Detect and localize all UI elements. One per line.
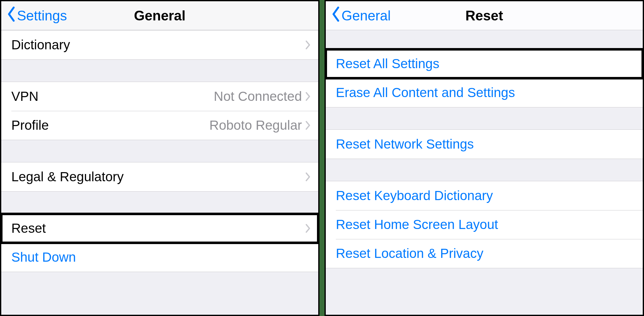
chevron-left-icon xyxy=(6,7,16,25)
row-label: Profile xyxy=(11,118,49,133)
row-reset[interactable]: Reset xyxy=(1,214,318,243)
chevron-right-icon xyxy=(305,120,311,130)
section-gap xyxy=(1,192,318,214)
back-button-settings[interactable]: Settings xyxy=(6,7,67,25)
row-label: Reset xyxy=(11,221,46,236)
row-detail-value: Roboto Regular xyxy=(209,118,302,133)
row-dictionary[interactable]: Dictionary xyxy=(1,30,318,59)
chevron-right-icon xyxy=(305,40,311,50)
section-gap xyxy=(326,159,643,181)
back-label: General xyxy=(341,8,391,24)
row-label: Reset Network Settings xyxy=(336,137,474,152)
group-reset-shutdown: Reset Shut Down xyxy=(1,214,318,272)
reset-content: Reset All Settings Erase All Content and… xyxy=(326,30,643,315)
row-reset-home[interactable]: Reset Home Screen Layout xyxy=(326,210,643,239)
row-label: Reset All Settings xyxy=(336,56,439,71)
section-gap xyxy=(1,60,318,82)
row-reset-location[interactable]: Reset Location & Privacy xyxy=(326,239,643,268)
row-reset-all-settings[interactable]: Reset All Settings xyxy=(326,49,643,78)
group-reset-network: Reset Network Settings xyxy=(326,129,643,159)
navbar-general: Settings General xyxy=(1,1,318,30)
page-title-general: General xyxy=(134,8,186,24)
row-vpn[interactable]: VPN Not Connected xyxy=(1,82,318,111)
section-gap xyxy=(1,140,318,162)
general-settings-pane: Settings General Dictionary VPN Not Conn… xyxy=(0,0,319,316)
row-label: Shut Down xyxy=(11,250,76,265)
navbar-reset: General Reset xyxy=(326,1,643,30)
row-label: Dictionary xyxy=(11,37,70,52)
back-label: Settings xyxy=(17,8,67,24)
row-shut-down[interactable]: Shut Down xyxy=(1,243,318,272)
chevron-right-icon xyxy=(305,91,311,101)
section-gap xyxy=(326,107,643,129)
section-gap xyxy=(326,30,643,49)
chevron-left-icon xyxy=(331,7,341,25)
chevron-right-icon xyxy=(305,223,311,233)
row-label: Erase All Content and Settings xyxy=(336,85,515,100)
row-label: VPN xyxy=(11,89,38,104)
group-dictionary: Dictionary xyxy=(1,30,318,60)
back-button-general[interactable]: General xyxy=(331,7,391,25)
chevron-right-icon xyxy=(305,172,311,182)
row-label: Reset Location & Privacy xyxy=(336,246,483,261)
row-profile[interactable]: Profile Roboto Regular xyxy=(1,111,318,140)
group-legal: Legal & Regulatory xyxy=(1,162,318,192)
reset-settings-pane: General Reset Reset All Settings Erase A… xyxy=(325,0,644,316)
row-legal-regulatory[interactable]: Legal & Regulatory xyxy=(1,162,318,191)
general-content: Dictionary VPN Not Connected Profile R xyxy=(1,30,318,315)
group-vpn-profile: VPN Not Connected Profile Roboto Regular xyxy=(1,82,318,140)
row-reset-keyboard[interactable]: Reset Keyboard Dictionary xyxy=(326,181,643,210)
row-erase-all[interactable]: Erase All Content and Settings xyxy=(326,78,643,107)
row-label: Reset Home Screen Layout xyxy=(336,217,498,232)
group-reset-misc: Reset Keyboard Dictionary Reset Home Scr… xyxy=(326,181,643,268)
page-title-reset: Reset xyxy=(465,8,503,24)
row-reset-network[interactable]: Reset Network Settings xyxy=(326,130,643,159)
row-label: Reset Keyboard Dictionary xyxy=(336,188,493,203)
row-label: Legal & Regulatory xyxy=(11,169,124,184)
group-reset-erase: Reset All Settings Erase All Content and… xyxy=(326,49,643,107)
row-detail-value: Not Connected xyxy=(214,89,302,104)
